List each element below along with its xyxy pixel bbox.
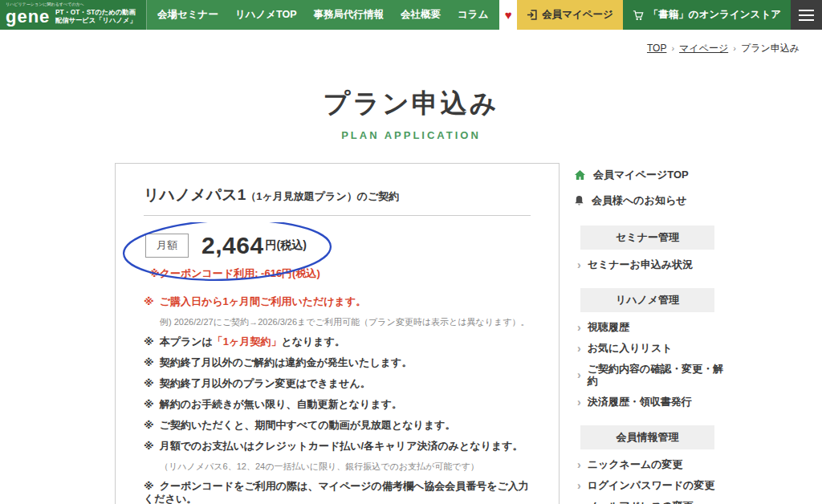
login-icon	[527, 10, 537, 20]
sidebar-item-seminar-application-status[interactable]: › セミナーお申込み状況	[574, 258, 730, 270]
sidebar-item-nickname-change[interactable]: › ニックネームの変更	[574, 458, 730, 470]
breadcrumb-top[interactable]: TOP	[647, 43, 666, 54]
note-cancellation-fee: ※契約終了月以外のご解約は違約金が発生いたします。	[144, 356, 531, 369]
nav-item-company[interactable]: 会社概要	[401, 8, 441, 22]
sidebar-item-email-change[interactable]: › メールアドレスの変更	[574, 500, 730, 504]
price-value: 2,464	[201, 232, 264, 259]
logo-service-line1: PT・OT・STのための動画	[55, 9, 136, 16]
cart-icon	[633, 10, 644, 21]
logo[interactable]: リハビリテーションに関わるすべての方へ gene PT・OT・STのための動画 …	[0, 0, 147, 30]
note-usage-period-example: 例) 2026/2/27にご契約→2026/3/26までご利用可能（プラン変更時…	[160, 316, 531, 327]
header-actions: ♥ 会員マイページ 「書籍」のオンラインストア	[499, 0, 822, 30]
page-title-block: プラン申込み PLAN APPLICATION	[0, 86, 822, 141]
main-content-row: リハノメパス1 （1ヶ月見放題プラン）のご契約 月額 2,464 円(税込) ※…	[115, 163, 822, 504]
breadcrumb-current: プラン申込み	[741, 43, 800, 54]
plan-name: リハノメパス1	[144, 185, 246, 205]
favorite-button[interactable]: ♥	[499, 0, 517, 30]
member-mypage-button[interactable]: 会員マイページ	[517, 0, 623, 30]
sidebar-section-rehanome-management: リハノメ管理	[580, 288, 714, 312]
book-store-label: 「書籍」のオンラインストア	[649, 8, 781, 22]
note-payment-method-detail: （リハノメパス6、12、24の一括払いに限り、銀行振込でのお支払が可能です）	[160, 461, 531, 472]
chevron-right-icon: ›	[577, 259, 581, 270]
logo-text: gene	[6, 8, 50, 26]
breadcrumb-mypage[interactable]: マイページ	[679, 43, 728, 54]
mypage-sidebar: 会員マイページTOP 会員様へのお知らせ セミナー管理 › セミナーお申込み状況…	[574, 163, 730, 504]
price-period-label: 月額	[145, 234, 189, 258]
note-usage-period: ※ご購入日から1ヶ月間ご利用いただけます。	[144, 295, 531, 308]
chevron-right-icon: ›	[577, 459, 581, 470]
nav-item-rehanome-top[interactable]: リハノメTOP	[235, 8, 297, 22]
sidebar-item-member-news[interactable]: 会員様へのお知らせ	[574, 193, 730, 208]
sidebar-item-contract-details[interactable]: › ご契約内容の確認・変更・解約	[574, 363, 730, 387]
chevron-right-icon: ›	[577, 501, 581, 504]
nav-item-venue-seminar[interactable]: 会場セミナー	[157, 8, 218, 22]
note-payment-method: ※月額でのお支払いはクレジットカード払い/各キャリア決済のみとなります。	[144, 440, 531, 453]
plan-name-suffix: （1ヶ月見放題プラン）のご契約	[246, 189, 399, 204]
bell-icon	[574, 195, 584, 206]
sidebar-item-password-change[interactable]: › ログインパスワードの変更	[574, 479, 730, 491]
note-coupon-code: ※クーポンコードをご利用の際は、マイページの備考欄へ協会会員番号をご入力ください…	[144, 480, 531, 504]
coupon-note: ※クーポンコード利用: -616円(税込)	[145, 266, 531, 281]
page-subtitle: PLAN APPLICATION	[0, 129, 822, 141]
price-row: 月額 2,464 円(税込)	[145, 232, 531, 259]
logo-tagline: リハビリテーションに関わるすべての方へ	[6, 2, 81, 5]
sidebar-section-seminar-management: セミナー管理	[580, 226, 714, 250]
plan-heading: リハノメパス1 （1ヶ月見放題プラン）のご契約	[144, 185, 531, 205]
chevron-right-icon: ›	[577, 369, 581, 380]
price-section: 月額 2,464 円(税込) ※クーポンコード利用: -616円(税込)	[144, 232, 531, 281]
member-mypage-label: 会員マイページ	[542, 8, 613, 22]
note-auto-renewal: ※解約のお手続きが無い限り、自動更新となります。	[144, 398, 531, 411]
note-plan-change: ※契約終了月以外のプラン変更はできません。	[144, 377, 531, 390]
home-icon	[574, 169, 586, 181]
nav-item-column[interactable]: コラム	[458, 8, 488, 22]
site-header: リハビリテーションに関わるすべての方へ gene PT・OT・STのための動画 …	[0, 0, 822, 30]
plan-contract-box: リハノメパス1 （1ヶ月見放題プラン）のご契約 月額 2,464 円(税込) ※…	[115, 163, 560, 504]
book-store-button[interactable]: 「書籍」のオンラインストア	[623, 0, 791, 30]
breadcrumb: TOP›マイページ›プラン申込み	[0, 30, 822, 55]
logo-service-description: PT・OT・STのための動画 配信サービス「リハノメ」	[55, 9, 136, 25]
sidebar-item-payment-history[interactable]: › 決済履歴・領収書発行	[574, 396, 730, 408]
breadcrumb-separator: ›	[671, 43, 674, 53]
chevron-right-icon: ›	[577, 480, 581, 491]
sidebar-section-member-info-management: 会員情報管理	[580, 425, 714, 449]
sidebar-item-favorites-list[interactable]: › お気に入りリスト	[574, 342, 730, 354]
chevron-right-icon: ›	[577, 322, 581, 333]
plan-notes: ※ご購入日から1ヶ月間ご利用いただけます。 例) 2026/2/27にご契約→2…	[144, 295, 531, 504]
heart-icon: ♥	[505, 9, 512, 21]
note-contract-term-emphasis: 「1ヶ月契約」	[213, 335, 282, 348]
note-contract-term: ※本プランは「1ヶ月契約」となります。	[144, 335, 531, 348]
page-title: プラン申込み	[0, 86, 822, 122]
chevron-right-icon: ›	[577, 396, 581, 408]
price-unit: 円(税込)	[266, 238, 307, 253]
sidebar-item-mypage-top[interactable]: 会員マイページTOP	[574, 168, 730, 182]
sidebar-item-viewing-history[interactable]: › 視聴履歴	[574, 321, 730, 333]
note-unlimited-viewing: ※ご契約いただくと、期間中すべての動画が見放題となります。	[144, 419, 531, 432]
chevron-right-icon: ›	[577, 343, 581, 354]
breadcrumb-separator: ›	[733, 43, 736, 53]
main-nav: 会場セミナー リハノメTOP 事務局代行情報 会社概要 コラム	[147, 0, 488, 30]
heading-divider	[144, 215, 531, 216]
nav-item-office-agency-info[interactable]: 事務局代行情報	[314, 8, 385, 22]
logo-service-line2: 配信サービス「リハノメ」	[55, 17, 136, 24]
hamburger-icon	[799, 10, 814, 11]
hamburger-menu-button[interactable]	[791, 0, 822, 30]
